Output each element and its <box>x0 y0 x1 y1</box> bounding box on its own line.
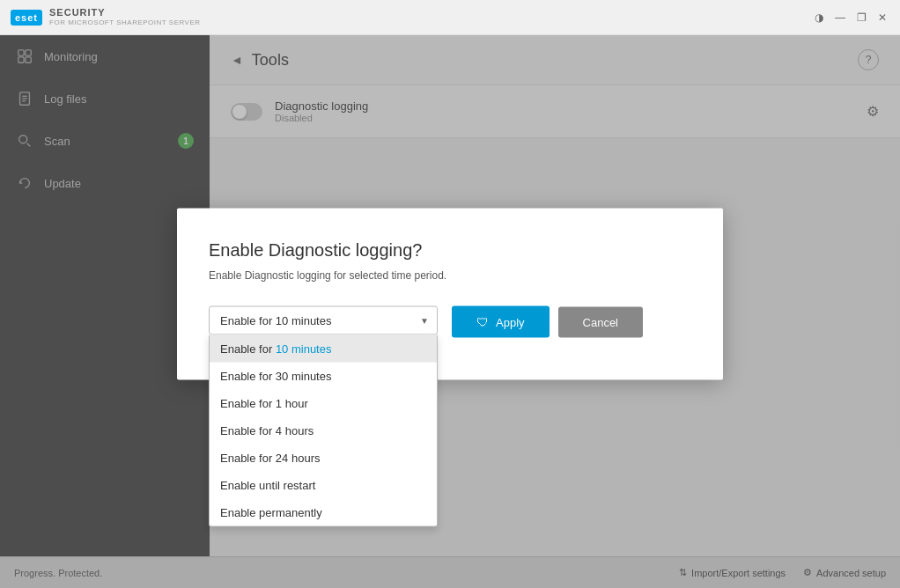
cancel-button[interactable]: Cancel <box>558 306 643 337</box>
window-controls: ◑ — ❐ ✕ <box>812 11 889 25</box>
dialog-title: Enable Diagnostic logging? <box>209 240 691 261</box>
dialog-description: Enable Diagnostic logging for selected t… <box>209 269 691 282</box>
maximize-button[interactable]: ❐ <box>854 11 868 25</box>
dropdown-option-1hr[interactable]: Enable for 1 hour <box>210 390 437 417</box>
dropdown-option-24hrs[interactable]: Enable for 24 hours <box>210 445 437 472</box>
theme-toggle-button[interactable]: ◑ <box>812 11 826 25</box>
time-period-select-wrapper: Enable for 10 minutes ▼ Enable for 10 mi… <box>209 306 438 335</box>
dropdown-option-4hrs[interactable]: Enable for 4 hours <box>210 417 437 445</box>
dialog-row: Enable for 10 minutes ▼ Enable for 10 mi… <box>209 306 691 338</box>
app-name: SECURITY <box>49 7 201 18</box>
apply-label: Apply <box>496 315 525 328</box>
title-bar: eset SECURITY FOR MICROSOFT SHAREPOINT S… <box>0 0 900 35</box>
selected-option-text: Enable for 10 minutes <box>220 314 331 327</box>
dropdown-option-30min[interactable]: Enable for 30 minutes <box>210 363 437 390</box>
shield-icon: 🛡 <box>476 315 489 329</box>
cancel-label: Cancel <box>583 315 618 328</box>
minimize-button[interactable]: — <box>833 11 847 25</box>
apply-button[interactable]: 🛡 Apply <box>452 306 550 338</box>
highlight-text: 10 minutes <box>276 342 332 356</box>
dropdown-list: Enable for 10 minutes Enable for 30 minu… <box>209 335 438 527</box>
dropdown-option-permanently[interactable]: Enable permanently <box>210 499 437 526</box>
dialog-buttons: 🛡 Apply Cancel <box>452 306 643 338</box>
title-bar-brand: eset SECURITY FOR MICROSOFT SHAREPOINT S… <box>11 7 201 27</box>
enable-diagnostic-dialog: Enable Diagnostic logging? Enable Diagno… <box>177 209 723 380</box>
dropdown-option-10min[interactable]: Enable for 10 minutes <box>210 335 437 363</box>
dropdown-option-restart[interactable]: Enable until restart <box>210 472 437 499</box>
app-subtitle: FOR MICROSOFT SHAREPOINT SERVER <box>49 18 201 27</box>
close-button[interactable]: ✕ <box>875 11 889 25</box>
time-period-select[interactable]: Enable for 10 minutes <box>209 306 438 335</box>
eset-logo: eset <box>11 10 42 26</box>
